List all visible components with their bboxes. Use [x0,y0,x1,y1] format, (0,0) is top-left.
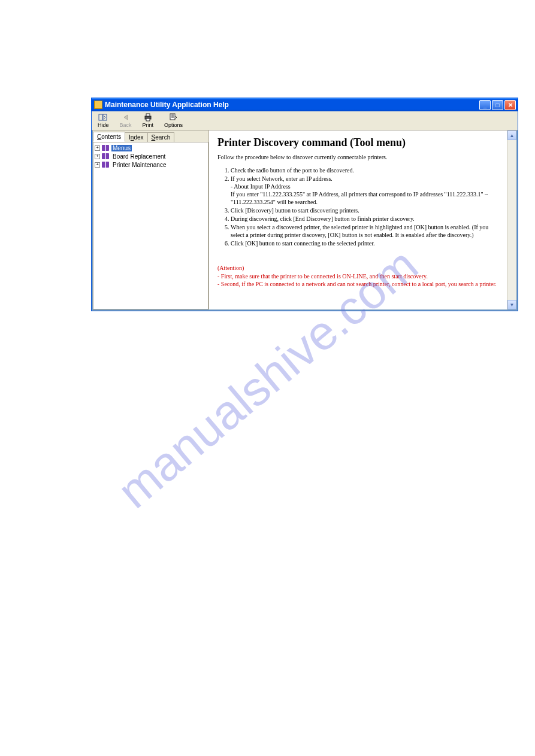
svg-rect-3 [146,114,150,116]
options-label: Options [164,122,183,128]
print-button[interactable]: Print [140,113,156,129]
book-icon [102,145,109,151]
expand-icon[interactable]: + [95,154,100,159]
contents-tree[interactable]: + Menus + Board Replacement + Printer Ma… [93,142,208,309]
content-heading: Printer Discovery command (Tool menu) [217,136,498,149]
content-pane: Printer Discovery command (Tool menu) Fo… [209,130,516,309]
book-icon [102,162,109,168]
attention-block: (Attention) - First, make sure that the … [217,264,498,289]
close-button[interactable]: ✕ [504,100,516,110]
main-panes: Contents Index Search + Menus + Board Re… [92,130,518,311]
nav-tabs: Contents Index Search [93,130,208,142]
back-icon [121,113,131,122]
step-1: Check the radio button of the port to be… [231,166,498,174]
step-2-text: If you select Network, enter an IP addre… [231,175,333,182]
tab-contents[interactable]: Contents [93,132,125,142]
back-label: Back [120,122,132,128]
procedure-list: Check the radio button of the port to be… [231,166,498,247]
tree-label: Board Replacement [111,153,167,160]
attention-line-2: - Second, if the PC is connected to a ne… [217,280,498,289]
tab-search-accel: S [152,134,156,141]
book-icon [102,153,109,159]
step-5: When you select a discovered printer, th… [231,223,498,239]
toolbar: Hide Back Print Options [92,111,518,130]
svg-rect-0 [99,114,102,120]
attention-line-1: - First, make sure that the printer to b… [217,272,498,281]
hide-label: Hide [98,122,109,128]
maximize-button[interactable]: □ [492,100,503,110]
hide-button[interactable]: Hide [95,113,111,129]
content-intro: Follow the procedure below to discover c… [217,154,498,160]
hide-icon [98,113,108,122]
expand-icon[interactable]: + [95,145,100,151]
tab-contents-accel: C [97,133,101,140]
step-2: If you select Network, enter an IP addre… [231,175,498,206]
print-icon [143,113,153,122]
tab-index[interactable]: Index [125,132,147,142]
step-6: Click [OK] button to start connecting to… [231,239,498,247]
options-icon [169,113,179,122]
navigation-pane: Contents Index Search + Menus + Board Re… [93,130,209,309]
titlebar: Maintenance Utility Application Help _ □… [92,98,518,111]
tree-item-board-replacement[interactable]: + Board Replacement [95,152,207,160]
back-button[interactable]: Back [117,113,134,129]
print-label: Print [143,122,154,128]
app-icon [94,101,102,109]
tree-item-menus[interactable]: + Menus [95,144,207,152]
help-content: Printer Discovery command (Tool menu) Fo… [209,130,507,309]
minimize-button[interactable]: _ [479,100,491,110]
help-window: Maintenance Utility Application Help _ □… [91,98,518,311]
vertical-scrollbar[interactable]: ▲ ▼ [507,130,516,309]
step-2-sub1: - About Input IP Address [231,183,498,190]
tab-index-accel: n [131,134,134,141]
tree-label: Printer Maintenance [111,162,168,168]
options-button[interactable]: Options [162,113,185,129]
scroll-up-button[interactable]: ▲ [507,130,516,140]
step-3: Click [Discovery] button to start discov… [231,207,498,214]
expand-icon[interactable]: + [95,162,100,168]
tree-label: Menus [111,145,132,151]
tab-search[interactable]: Search [147,132,175,142]
svg-rect-1 [103,114,107,120]
scroll-track[interactable] [507,140,516,300]
attention-label: (Attention) [217,264,498,272]
step-4: During discovering, click [End Discovery… [231,215,498,223]
window-title: Maintenance Utility Application Help [105,101,479,109]
svg-rect-4 [146,119,150,121]
scroll-down-button[interactable]: ▼ [507,300,516,309]
step-2-sub2: If you enter "111.222.333.255" at IP Add… [231,190,498,206]
tree-item-printer-maintenance[interactable]: + Printer Maintenance [95,160,207,169]
